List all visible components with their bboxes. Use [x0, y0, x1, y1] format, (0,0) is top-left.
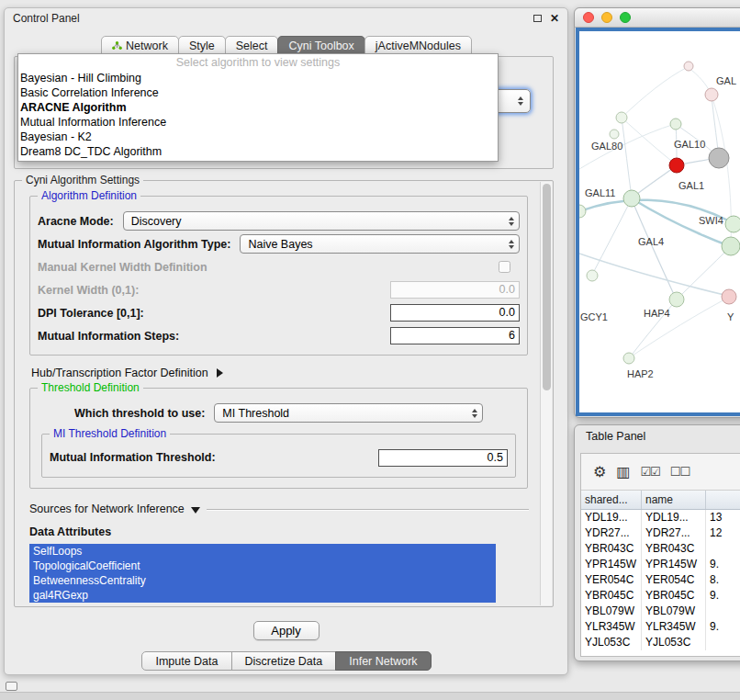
network-svg: GALGAL80GAL10GAL11GAL1SWI4GAL4GCY1HAP4HA…: [579, 31, 740, 416]
table-row[interactable]: YBR043CYBR043C: [581, 541, 740, 557]
table-cell: YBL079W: [642, 604, 706, 619]
network-node[interactable]: [669, 158, 684, 173]
table-settings-gear-icon[interactable]: ⚙: [593, 465, 606, 480]
tab-select[interactable]: Select: [225, 36, 279, 55]
column-header-clipped[interactable]: [706, 491, 740, 509]
network-node[interactable]: [610, 130, 619, 139]
kernel-width-field[interactable]: 0.0: [390, 281, 520, 299]
bottom-tabs: Impute Data Discretize Data Infer Networ…: [5, 651, 567, 671]
network-node[interactable]: [684, 62, 693, 71]
scrollbar-thumb[interactable]: [543, 184, 551, 390]
table-cell: YER054C: [642, 572, 706, 588]
mi-steps-field[interactable]: 6: [390, 327, 520, 344]
clear-selection-icon[interactable]: ☐☐: [670, 465, 690, 480]
network-canvas[interactable]: GALGAL80GAL10GAL11GAL1SWI4GAL4GCY1HAP4HA…: [576, 28, 740, 416]
tab-style[interactable]: Style: [178, 36, 226, 55]
network-edge[interactable]: [622, 118, 632, 198]
manual-kernel-checkbox[interactable]: [499, 261, 510, 273]
sources-section-toggle[interactable]: Sources for Network Inference: [29, 501, 529, 517]
algorithm-definition-group: Algorithm Definition Aracne Mode: Discov…: [29, 196, 528, 356]
threshold-definition-group: Threshold Definition Which threshold to …: [29, 388, 528, 489]
mi-threshold-field[interactable]: 0.5: [378, 449, 508, 467]
algorithm-option[interactable]: Basic Correlation Inference: [18, 85, 498, 100]
node-label: GAL: [716, 75, 736, 86]
network-edge[interactable]: [579, 254, 728, 296]
mi-steps-label: Mutual Information Steps:: [38, 330, 179, 343]
tab-infer-network[interactable]: Infer Network: [335, 651, 431, 671]
which-threshold-select[interactable]: MI Threshold: [214, 403, 483, 423]
panel-dock-icon[interactable]: [6, 682, 17, 691]
control-panel-tabs: Network Style Select Cyni Toolbox jActiv…: [5, 36, 567, 55]
network-node[interactable]: [616, 112, 627, 123]
table-cell: YBR045C: [642, 588, 706, 604]
network-edge[interactable]: [633, 165, 677, 198]
float-window-icon[interactable]: [533, 15, 542, 22]
network-node[interactable]: [670, 119, 681, 130]
close-panel-icon[interactable]: ✕: [550, 14, 559, 23]
network-edge[interactable]: [622, 67, 688, 118]
select-all-icon[interactable]: ☑☑: [640, 465, 659, 480]
table-cell: YPR145W: [581, 557, 642, 572]
algorithm-option-selected[interactable]: ARACNE Algorithm: [18, 100, 498, 115]
table-row[interactable]: YBL079WYBL079W: [581, 604, 740, 619]
network-node[interactable]: [623, 353, 634, 364]
combo-arrows-icon: [512, 96, 523, 106]
table-row[interactable]: YDL19...YDL19...13: [581, 510, 740, 525]
close-button[interactable]: [583, 12, 594, 23]
algorithm-option[interactable]: Bayesian - K2: [18, 130, 498, 144]
network-node[interactable]: [623, 190, 640, 207]
algorithm-option[interactable]: Mutual Information Inference: [18, 115, 498, 130]
table-header: shared... name: [581, 491, 740, 510]
table-row[interactable]: YER054CYER054C8.: [581, 572, 740, 588]
network-node[interactable]: [722, 289, 736, 304]
tab-network[interactable]: Network: [101, 36, 179, 55]
table-row[interactable]: YLR345WYLR345W9.: [581, 619, 740, 635]
tab-discretize-data[interactable]: Discretize Data: [231, 651, 337, 671]
table-cell: 8.: [706, 572, 740, 588]
table-row[interactable]: YDR27...YDR27...12: [581, 525, 740, 541]
attribute-item-selected[interactable]: TopologicalCoefficient: [29, 559, 496, 573]
network-edge[interactable]: [632, 199, 676, 299]
column-header-name[interactable]: name: [642, 491, 706, 509]
zoom-button[interactable]: [620, 12, 631, 23]
minimize-button[interactable]: [601, 12, 612, 23]
column-header-shared-name[interactable]: shared...: [581, 491, 642, 509]
network-node[interactable]: [705, 88, 718, 101]
algorithm-option[interactable]: Dream8 DC_TDC Algorithm: [18, 144, 498, 159]
settings-scrollbar[interactable]: [540, 182, 552, 605]
mi-steps-row: Mutual Information Steps: 6: [38, 324, 520, 347]
network-node[interactable]: [725, 216, 740, 232]
mi-type-select[interactable]: Naive Bayes: [240, 234, 520, 254]
network-node[interactable]: [669, 292, 684, 307]
hub-tf-definition-toggle[interactable]: Hub/Transcription Factor Definition: [31, 364, 529, 382]
network-edge[interactable]: [678, 248, 729, 299]
network-node[interactable]: [722, 237, 740, 255]
table-cell: YDR27...: [581, 525, 642, 541]
network-edge[interactable]: [622, 118, 675, 164]
network-node[interactable]: [587, 270, 598, 281]
attribute-item-selected[interactable]: gal4RGexp: [29, 588, 496, 603]
table-row[interactable]: YPR145WYPR145W9.: [581, 557, 740, 572]
algorithm-option[interactable]: Bayesian - Hill Climbing: [18, 71, 498, 85]
algorithm-placeholder: Select algorithm to view settings: [18, 55, 498, 71]
tab-jactivemnodules[interactable]: jActiveMNodules: [364, 36, 472, 55]
tab-impute-data[interactable]: Impute Data: [141, 651, 231, 671]
table-row[interactable]: YJL053CYJL053C: [581, 635, 740, 650]
combo-value: MI Threshold: [222, 407, 289, 420]
network-node[interactable]: [709, 148, 729, 168]
aracne-mode-select[interactable]: Discovery: [123, 211, 520, 231]
table-row[interactable]: YBR045CYBR045C9.: [581, 588, 740, 604]
show-columns-icon[interactable]: ▥: [616, 465, 630, 480]
apply-button[interactable]: Apply: [253, 621, 320, 640]
table-panel-window: Table Panel ⚙ ▥ ☑☑ ☐☐ shared... name YDL…: [574, 424, 740, 661]
combo-arrows-icon: [503, 240, 514, 249]
mi-threshold-row: Mutual Information Threshold: 0.5: [50, 446, 510, 469]
node-label: HAP2: [627, 368, 654, 379]
threshold-definition-title: Threshold Definition: [38, 381, 143, 394]
tab-cyni-toolbox[interactable]: Cyni Toolbox: [277, 36, 364, 55]
attribute-item-selected[interactable]: BetweennessCentrality: [29, 573, 496, 588]
table-cell: 9.: [706, 557, 740, 572]
attribute-item-selected[interactable]: SelfLoops: [29, 544, 496, 559]
network-node[interactable]: [579, 205, 586, 218]
dpi-tolerance-field[interactable]: 0.0: [390, 304, 520, 322]
